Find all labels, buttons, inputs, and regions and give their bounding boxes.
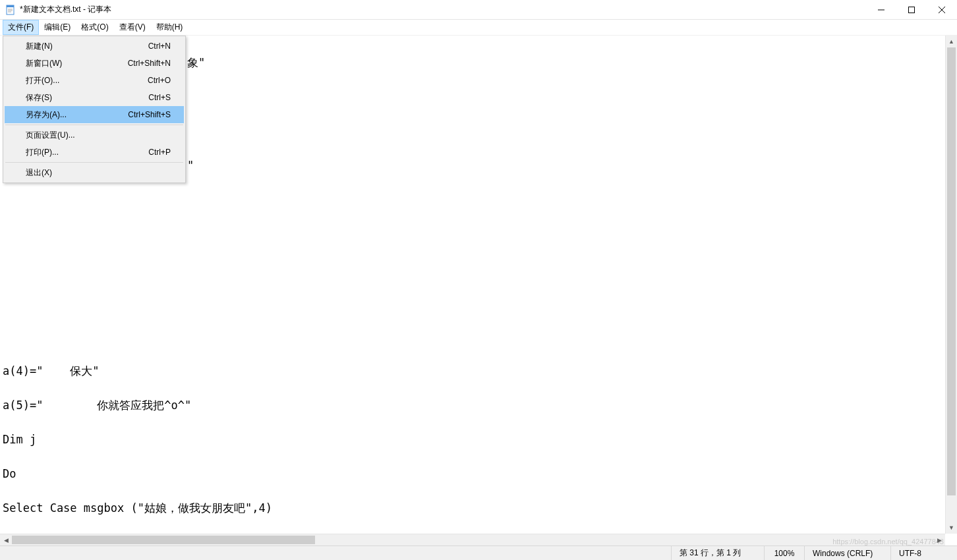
menu-new-window[interactable]: 新窗口(W)Ctrl+Shift+N: [5, 55, 184, 72]
horizontal-scrollbar[interactable]: ◀ ▶: [0, 534, 945, 546]
scroll-down-button[interactable]: ▼: [946, 522, 957, 534]
menu-file[interactable]: 文件(F): [3, 20, 39, 35]
menu-exit[interactable]: 退出(X): [5, 164, 184, 181]
vertical-scrollbar[interactable]: ▲ ▼: [945, 36, 957, 534]
window-title: *新建文本文档.txt - 记事本: [20, 4, 866, 15]
menu-save-as[interactable]: 另存为(A)...Ctrl+Shift+S: [5, 106, 184, 123]
menu-save[interactable]: 保存(S)Ctrl+S: [5, 89, 184, 106]
window-controls: [866, 0, 957, 19]
menu-view[interactable]: 查看(V): [114, 20, 151, 35]
menu-edit[interactable]: 编辑(E): [39, 20, 76, 35]
menu-open[interactable]: 打开(O)...Ctrl+O: [5, 72, 184, 89]
menu-shortcut: Ctrl+P: [148, 148, 171, 157]
svg-rect-1: [7, 5, 14, 7]
close-button[interactable]: [927, 0, 957, 20]
menu-label: 打开(O)...: [26, 75, 59, 86]
menu-label: 新窗口(W): [26, 58, 62, 69]
notepad-icon: [5, 5, 16, 15]
menubar: 文件(F) 编辑(E) 格式(O) 查看(V) 帮助(H): [0, 20, 957, 36]
menu-page-setup[interactable]: 页面设置(U)...: [5, 126, 184, 144]
menu-label: 保存(S): [26, 92, 52, 103]
scroll-thumb-horizontal[interactable]: [12, 536, 315, 544]
text-line: [3, 328, 942, 345]
menu-shortcut: Ctrl+O: [148, 76, 171, 85]
text-line: a(4)=" 保大": [3, 362, 942, 379]
status-encoding: UTF-8: [891, 546, 957, 560]
statusbar: 第 31 行，第 1 列 100% Windows (CRLF) UTF-8: [0, 546, 957, 560]
minimize-button[interactable]: [866, 0, 896, 20]
status-line-ending: Windows (CRLF): [805, 546, 890, 560]
scroll-left-button[interactable]: ◀: [0, 534, 12, 546]
menu-shortcut: Ctrl+N: [148, 42, 171, 51]
menu-label: 新建(N): [26, 41, 53, 52]
text-line: [3, 225, 942, 242]
titlebar: *新建文本文档.txt - 记事本: [0, 0, 957, 20]
text-line: Select Case msgbox ("姑娘，做我女朋友吧",4): [3, 499, 942, 517]
text-line: Do: [3, 465, 942, 482]
menu-help[interactable]: 帮助(H): [151, 20, 188, 35]
text-line: a(5)=" 你就答应我把^o^": [3, 397, 942, 414]
menu-format[interactable]: 格式(O): [76, 20, 113, 35]
scroll-thumb-vertical[interactable]: [947, 47, 956, 495]
menu-separator: [5, 162, 183, 163]
text-line: [3, 191, 942, 208]
menu-shortcut: Ctrl+S: [148, 93, 171, 102]
menu-shortcut: Ctrl+Shift+S: [128, 110, 171, 119]
menu-shortcut: Ctrl+Shift+N: [128, 59, 171, 68]
maximize-button[interactable]: [896, 0, 927, 20]
svg-rect-6: [909, 7, 915, 13]
scroll-up-button[interactable]: ▲: [946, 36, 957, 47]
status-zoom: 100%: [765, 546, 804, 560]
menu-label: 另存为(A)...: [26, 109, 67, 121]
watermark: https://blog.csdn.net/qq_42477843: [832, 538, 944, 546]
file-dropdown: 新建(N)Ctrl+N 新窗口(W)Ctrl+Shift+N 打开(O)...C…: [3, 36, 186, 183]
text-line: [3, 294, 942, 311]
menu-label: 退出(X): [26, 167, 52, 179]
menu-separator: [5, 125, 183, 125]
menu-print[interactable]: 打印(P)...Ctrl+P: [5, 144, 184, 161]
status-position: 第 31 行，第 1 列: [672, 546, 764, 560]
text-line: [3, 260, 942, 277]
text-line: Dim j: [3, 431, 942, 448]
menu-label: 页面设置(U)...: [26, 130, 75, 141]
menu-label: 打印(P)...: [26, 147, 59, 158]
menu-new[interactable]: 新建(N)Ctrl+N: [5, 38, 184, 55]
